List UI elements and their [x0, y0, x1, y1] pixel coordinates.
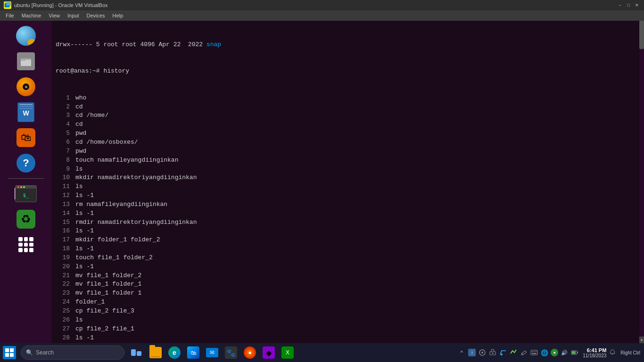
sidebar-item-grid[interactable] [15, 233, 37, 256]
sidebar: W 🛍 ? $_ ♻ [0, 21, 52, 343]
tray-show-hidden[interactable]: ^ [457, 348, 466, 357]
mail-button[interactable]: ✉ [204, 344, 221, 361]
tray-icon-3[interactable] [488, 348, 497, 357]
prompt-line: root@anas:~# history [56, 67, 640, 76]
taskbar: 🔍 Search e 🛍 ✉ [0, 343, 644, 362]
history-item: 12ls -1 [56, 191, 640, 200]
system-tray: ^ i [454, 347, 644, 358]
svg-point-9 [501, 354, 503, 355]
history-item: 19touch file_1 folder_2 [56, 254, 640, 263]
history-item: 4cd [56, 120, 640, 129]
start-button[interactable] [0, 343, 19, 362]
logo-sq4 [10, 353, 14, 357]
clock-date: 11/18/2023 [583, 353, 606, 358]
history-item: 9ls [56, 165, 640, 174]
history-item: 10mkdir namadirektoriyangdiinginkan [56, 173, 640, 182]
scrollbar-thumb[interactable] [639, 21, 644, 49]
history-item: 11ls [56, 182, 640, 191]
history-item: 28ls -1 [56, 334, 640, 343]
minimize-button[interactable]: − [617, 2, 623, 8]
store-button[interactable]: 🛍 [185, 344, 202, 361]
history-item: 20ls -1 [56, 263, 640, 272]
history-item: 2cd [56, 103, 640, 112]
history-item: 23mv file_1 folder 1 [56, 289, 640, 298]
sidebar-item-writer[interactable]: W [15, 101, 37, 123]
taskbar-apps: e 🛍 ✉ 🐾 ● ◆ X [128, 344, 454, 361]
history-item: 3cd /home/ [56, 111, 640, 120]
menu-machine[interactable]: Machine [18, 12, 45, 19]
edge-button[interactable]: e [166, 344, 183, 361]
taskbar-search[interactable]: 🔍 Search [21, 346, 124, 360]
sidebar-item-appstore[interactable]: 🛍 [15, 126, 37, 149]
history-item: 8touch namafileyangdiinginkan [56, 156, 640, 165]
history-lines: 1who2cd3cd /home/4cd5pwd6cd /home/osboxe… [56, 94, 640, 343]
defender-button[interactable]: 🐾 [223, 344, 239, 361]
sidebar-item-terminal[interactable]: $_ [15, 182, 37, 205]
tray-volume[interactable]: 🔊 [560, 348, 569, 357]
window-title: ubuntu [Running] - Oracle VM VirtualBox [14, 2, 108, 8]
sidebar-divider-1 [8, 178, 44, 179]
menu-input[interactable]: Input [64, 12, 83, 19]
history-item: 27cp file_2 file_1 [56, 325, 640, 334]
header-line: drwx------ 5 root root 4096 Apr 22 2022 … [56, 41, 640, 49]
terminal-content: drwx------ 5 root root 4096 Apr 22 2022 … [52, 21, 644, 343]
tray-green-circle[interactable]: ● [551, 349, 558, 356]
taskview-button[interactable] [128, 344, 145, 361]
scrollbar-track[interactable]: ▲ ▼ [639, 21, 644, 343]
app2-button[interactable]: X [279, 344, 296, 361]
right-ctrl-label: Right Ctrl [620, 350, 640, 355]
tray-icon-keyboard[interactable] [530, 348, 538, 357]
menu-view[interactable]: View [45, 12, 64, 19]
logo-sq3 [5, 353, 9, 357]
tray-icon-pen[interactable] [520, 348, 528, 357]
svg-rect-17 [577, 352, 578, 354]
history-item: 18ls -1 [56, 245, 640, 254]
scroll-down-button[interactable]: ▼ [639, 337, 644, 343]
history-item: 5pwd [56, 129, 640, 138]
svg-rect-1 [6, 2, 10, 6]
search-placeholder: Search [36, 349, 54, 356]
tray-icon-2[interactable] [478, 348, 487, 357]
sidebar-item-rhythmbox[interactable] [15, 75, 37, 98]
history-item: 21mv file_1 folder_2 [56, 272, 640, 280]
history-item: 6cd /home/osboxes/ [56, 138, 640, 147]
svg-point-8 [492, 353, 494, 354]
windows-logo [3, 346, 16, 359]
logo-sq2 [10, 348, 14, 352]
search-icon: 🔍 [26, 349, 33, 356]
svg-point-6 [481, 352, 483, 354]
tray-icon-network[interactable]: 🌐 [540, 348, 549, 357]
title-bar-left: ubuntu [Running] - Oracle VM VirtualBox [4, 1, 108, 9]
history-item: 16ls -1 [56, 227, 640, 236]
file-explorer-button[interactable] [147, 344, 164, 361]
svg-rect-11 [532, 351, 533, 352]
app1-button[interactable]: ◆ [260, 344, 277, 361]
sidebar-item-files[interactable] [15, 50, 37, 73]
svg-rect-12 [534, 351, 535, 352]
history-item: 15rmdir namadirektoriyangdiinginkan [56, 218, 640, 227]
sidebar-item-recycle[interactable]: ♻ [15, 208, 37, 230]
window-controls: − □ ✕ [617, 2, 640, 8]
history-item: 13rm namafileyangdiinginkan [56, 200, 640, 209]
terminal-area[interactable]: drwx------ 5 root root 4096 Apr 22 2022 … [52, 21, 644, 343]
history-item: 22mv file_1 folder_1 [56, 280, 640, 289]
maximize-button[interactable]: □ [625, 2, 632, 8]
sidebar-item-help[interactable]: ? [15, 152, 37, 174]
tray-icon-1[interactable]: i [468, 348, 476, 357]
virtualbox-icon [4, 1, 11, 9]
tray-battery[interactable] [570, 348, 579, 357]
tray-clock[interactable]: 6:41 PM 11/18/2023 [583, 347, 606, 358]
tray-icon-5[interactable] [509, 348, 518, 357]
menu-help[interactable]: Help [109, 12, 127, 19]
history-item: 26ls [56, 316, 640, 325]
close-button[interactable]: ✕ [634, 2, 640, 8]
browser-button[interactable]: ● [241, 344, 258, 361]
header-perms: drwx------ 5 root root 4096 Apr 22 2022 [56, 41, 206, 49]
menu-devices[interactable]: Devices [83, 12, 108, 19]
tray-icon-4[interactable] [499, 348, 507, 357]
svg-rect-4 [21, 58, 25, 61]
tray-notification[interactable] [608, 348, 617, 357]
sidebar-item-thunderbird[interactable] [15, 25, 37, 47]
menu-file[interactable]: File [2, 12, 18, 19]
history-item: 17mkdir folder_1 folder_2 [56, 236, 640, 245]
